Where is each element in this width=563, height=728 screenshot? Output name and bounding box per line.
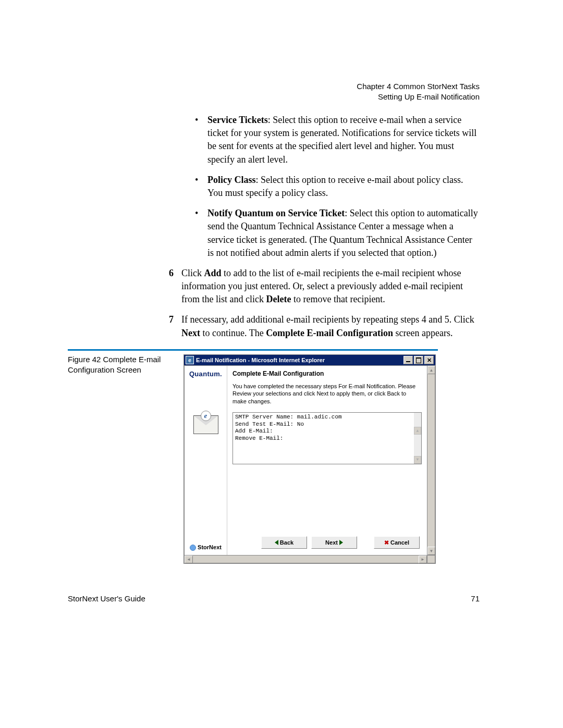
triangle-left-icon xyxy=(275,540,278,545)
scroll-up-icon[interactable]: ▲ xyxy=(427,366,435,374)
summary-textarea[interactable]: SMTP Server Name: mail.adic.com Send Tes… xyxy=(232,412,422,464)
envelope-e-badge: e xyxy=(201,411,211,421)
step-6: 6 Click Add to add to the list of e-mail… xyxy=(171,267,480,306)
scroll-corner xyxy=(427,556,435,563)
step-text: screen appears. xyxy=(393,328,452,338)
bullet-list: Service Tickets: Select this option to r… xyxy=(193,114,480,260)
page-number: 71 xyxy=(471,594,480,603)
minimize-button[interactable] xyxy=(403,356,413,364)
stornext-dot-icon xyxy=(190,545,196,551)
ie-icon: e xyxy=(186,356,194,364)
close-button[interactable]: ✕ xyxy=(424,356,434,364)
scroll-down-icon[interactable]: ▼ xyxy=(427,547,435,555)
bullet-policy-class: Policy Class: Select this option to rece… xyxy=(193,174,480,200)
scroll-right-icon[interactable]: ► xyxy=(419,556,427,563)
x-icon: ✖ xyxy=(384,539,389,546)
footer-guide-title: StorNext User's Guide xyxy=(68,594,145,603)
step-text: to remove that recipient. xyxy=(291,294,385,304)
window-frame: e E-mail Notification - Microsoft Intern… xyxy=(183,354,436,564)
figure-rule xyxy=(68,349,438,351)
envelope-icon: e xyxy=(193,415,218,434)
document-page: Chapter 4 Common StorNext Tasks Setting … xyxy=(0,0,563,728)
back-button[interactable]: Back xyxy=(261,536,307,549)
stornext-text: StorNext xyxy=(198,544,222,550)
scroll-up-icon[interactable]: ▲ xyxy=(414,427,421,435)
window-title: E-mail Notification - Microsoft Internet… xyxy=(196,357,403,363)
step-text: to continue. The xyxy=(200,328,266,338)
step-bold: Add xyxy=(204,268,222,278)
bullet-service-tickets: Service Tickets: Select this option to r… xyxy=(193,114,480,166)
wizard-main-pane: Complete E-Mail Configuration You have c… xyxy=(227,366,427,555)
chapter-title: Chapter 4 Common StorNext Tasks xyxy=(357,81,480,92)
next-button[interactable]: Next xyxy=(311,536,357,549)
summary-text: SMTP Server Name: mail.adic.com Send Tes… xyxy=(235,414,342,441)
page-header: Chapter 4 Common StorNext Tasks Setting … xyxy=(357,81,480,103)
step-bold: Next xyxy=(181,328,200,338)
wizard-sidebar: Quantum. e StorNext xyxy=(185,366,227,555)
section-title: Setting Up E-mail Notification xyxy=(357,92,480,102)
textarea-scrollbar[interactable]: ▲ ▼ xyxy=(414,413,421,464)
cancel-label: Cancel xyxy=(390,539,409,546)
wizard-buttons: Back Next ✖ Cancel xyxy=(261,536,420,549)
back-label: Back xyxy=(280,539,293,546)
step-text: Click xyxy=(181,268,204,278)
pane-title: Complete E-Mail Configuration xyxy=(232,370,422,377)
window-controls: ✕ xyxy=(403,356,434,364)
bullet-label: Notify Quantum on Service Ticket xyxy=(207,208,345,218)
step-number: 7 xyxy=(169,313,174,326)
window-client-area: Quantum. e StorNext Complete E-Mail Conf… xyxy=(184,365,427,556)
figure-caption: Figure 42 Complete E-mail Configuration … xyxy=(68,354,172,376)
bullet-label: Service Tickets xyxy=(207,115,268,125)
body-column: Service Tickets: Select this option to r… xyxy=(183,114,480,347)
stornext-logo: StorNext xyxy=(185,544,227,551)
step-bold: Delete xyxy=(266,294,291,304)
step-7: 7 If necessary, add additional e-mail re… xyxy=(171,313,480,339)
quantum-logo: Quantum. xyxy=(185,370,227,378)
step-text: If necessary, add additional e-mail reci… xyxy=(181,314,474,325)
maximize-button[interactable] xyxy=(414,356,423,364)
pane-description: You have completed the necessary steps F… xyxy=(232,382,422,405)
scroll-left-icon[interactable]: ◄ xyxy=(185,556,193,563)
next-label: Next xyxy=(325,539,338,546)
title-bar[interactable]: e E-mail Notification - Microsoft Intern… xyxy=(184,355,435,365)
triangle-right-icon xyxy=(339,540,343,545)
cancel-button[interactable]: ✖ Cancel xyxy=(374,536,420,549)
horizontal-scrollbar[interactable]: ◄ ► xyxy=(184,556,427,563)
step-number: 6 xyxy=(169,267,174,280)
bullet-notify-quantum: Notify Quantum on Service Ticket: Select… xyxy=(193,207,480,260)
bullet-label: Policy Class xyxy=(207,175,256,185)
vertical-scrollbar[interactable]: ▲ ▼ xyxy=(427,365,435,556)
step-bold: Complete E-mail Configuration xyxy=(266,328,393,338)
scroll-down-icon[interactable]: ▼ xyxy=(414,456,421,464)
